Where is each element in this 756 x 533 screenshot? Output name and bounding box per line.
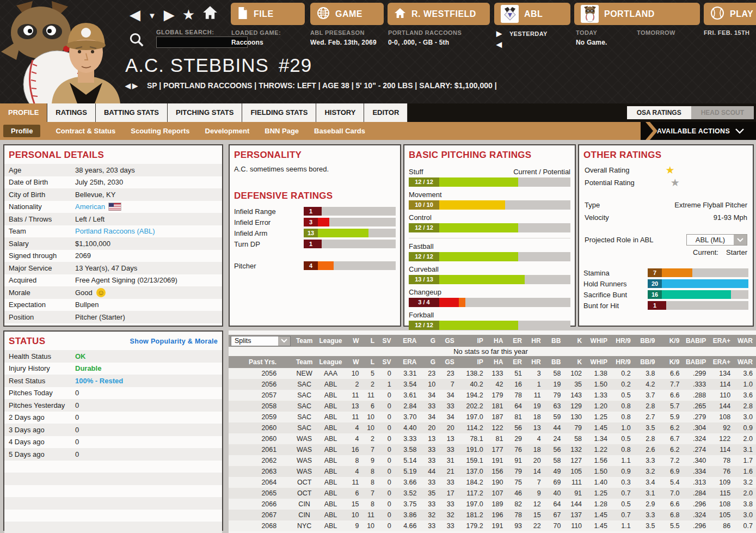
column-header: HR/9: [611, 335, 634, 347]
stat-cell: 10: [346, 368, 362, 379]
subtab-baseball-cards[interactable]: Baseball Cards: [314, 127, 365, 135]
column-header: WAR: [734, 335, 756, 347]
rating-current-fill: [318, 261, 334, 270]
stat-cell: 191: [487, 520, 507, 531]
personality-panel: PERSONALITY A.C. sometimes seems bored. …: [229, 144, 401, 327]
column-header: ERA: [395, 335, 420, 347]
rating-bar-track: 4: [304, 261, 396, 270]
nav-dropdown-icon[interactable]: ▼: [148, 7, 156, 25]
show-popularity-morale-link[interactable]: Show Popularity & Morale: [130, 338, 218, 345]
stat-cell: 42: [487, 379, 507, 390]
pitching-stats-table-panel: SplitsTeamLeagueWLSVERAGGSIPHAERHRBBKWHI…: [229, 330, 756, 533]
column-header: ER: [506, 356, 525, 368]
year-cell: 2066: [229, 499, 293, 510]
pitch-rating-header: Changeup: [409, 288, 570, 296]
menu-file-button[interactable]: FILE: [231, 3, 305, 25]
rating-label: Movement: [409, 191, 442, 199]
column-header: BABIP: [683, 335, 709, 347]
tab-history[interactable]: HISTORY: [316, 103, 364, 122]
stat-cell: 81: [506, 412, 525, 422]
stat-cell: 187: [487, 412, 507, 422]
head-scout-button[interactable]: HEAD SCOUT: [691, 106, 754, 119]
detail-label: City of Birth: [9, 191, 75, 199]
favorites-star-icon[interactable]: ★: [182, 5, 195, 24]
rating-bar-track: 1: [304, 207, 396, 216]
subtab-bnn-page[interactable]: BNN Page: [265, 127, 299, 135]
subtab-development[interactable]: Development: [205, 127, 250, 135]
tab-pitching-stats[interactable]: PITCHING STATS: [168, 103, 242, 122]
detail-value[interactable]: American: [75, 203, 121, 211]
stat-cell: 16: [346, 444, 362, 455]
morale-smiley-icon: ☺: [96, 288, 106, 297]
empty-row: [4, 473, 222, 485]
subtab-profile[interactable]: Profile: [3, 125, 40, 137]
rating-current-fill: [318, 218, 329, 226]
tab-ratings[interactable]: RATINGS: [47, 103, 96, 122]
detail-label: Major Service: [9, 264, 75, 272]
home-icon[interactable]: [202, 5, 218, 24]
menu-game-button[interactable]: GAME: [310, 3, 384, 25]
rating-label: Fastball: [409, 242, 434, 250]
stat-cell: 8: [362, 499, 378, 510]
stat-cell: 76: [506, 444, 525, 455]
tab-profile[interactable]: PROFILE: [0, 103, 47, 122]
stat-cell: 6.6: [659, 368, 683, 379]
column-header: IP: [458, 356, 487, 368]
subtab-contract-status[interactable]: Contract & Status: [56, 127, 115, 135]
available-actions-dropdown[interactable]: AVAILABLE ACTIONS: [641, 122, 756, 140]
detail-value: $1,100,000: [75, 240, 110, 248]
rating-row: Hold Runners20: [579, 279, 753, 288]
stat-cell: 20: [439, 422, 458, 433]
stats-row: 2056NEWAAA10503.312323138.2133513581021.…: [229, 368, 756, 379]
rating-current-fill: [439, 252, 518, 261]
global-search-label: GLOBAL SEARCH:: [156, 29, 214, 35]
prev-player-icon[interactable]: ◀▶: [125, 82, 139, 90]
menu-league-button[interactable]: ABL: [494, 3, 570, 25]
detail-row: City of BirthBellevue, KY: [4, 188, 222, 201]
stat-cell: 59: [544, 412, 564, 422]
stat-cell: 11: [525, 390, 544, 401]
tab-batting-stats[interactable]: BATTING STATS: [96, 103, 168, 122]
rating-current-fill: [318, 207, 322, 216]
detail-label: 4 Days ago: [9, 438, 75, 446]
next-game-date: FRI. FEB. 15TH: [704, 29, 749, 36]
stat-cell: 40: [544, 488, 564, 499]
menu-manager-button[interactable]: R. WESTFIELD: [388, 3, 490, 25]
stat-cell: .324: [683, 433, 709, 444]
empty-row: [4, 485, 222, 498]
today-info: TODAY No Game.: [576, 29, 607, 46]
column-header: WHIP: [585, 356, 611, 368]
nav-back-icon[interactable]: ◀: [130, 5, 140, 24]
stats-row: 2061WASABL16703.583333191.01777618561321…: [229, 444, 756, 455]
nav-forward-icon[interactable]: ▶: [164, 5, 175, 24]
chevron-down-icon[interactable]: [278, 336, 290, 346]
rating-current-fill: [662, 301, 666, 310]
stat-cell: 1.34: [585, 433, 611, 444]
stats-row: 2062WASABL8905.143331159.11919120581271.…: [229, 455, 756, 466]
tab-editor[interactable]: EDITOR: [364, 103, 408, 122]
rating-bar-track: 13 / 13: [409, 275, 570, 284]
subtab-scouting-reports[interactable]: Scouting Reports: [131, 127, 189, 135]
menu-play-button[interactable]: PLAY: [704, 3, 756, 25]
tab-fielding-stats[interactable]: FIELDING STATS: [242, 103, 316, 122]
menu-team-button[interactable]: PORTLAND: [574, 3, 700, 25]
yesterday-back-icon[interactable]: ◀: [496, 40, 548, 48]
stat-cell: 0: [378, 433, 395, 444]
year-cell: 2065: [229, 488, 293, 499]
stat-cell: 15: [525, 510, 544, 520]
stat-cell: 1.50: [585, 379, 611, 390]
stat-cell: 189: [487, 499, 507, 510]
osa-ratings-button[interactable]: OSA RATINGS: [627, 106, 691, 119]
year-cell: 2062: [229, 455, 293, 466]
yesterday-forward-icon[interactable]: ▶: [496, 29, 502, 38]
detail-row: Pitches Today0: [4, 387, 222, 400]
search-icon[interactable]: [128, 32, 145, 50]
rating-row: Pitcher4: [230, 261, 400, 270]
splits-dropdown[interactable]: Splits: [231, 336, 291, 346]
stat-cell: 9: [362, 455, 378, 466]
detail-value[interactable]: Portland Raccoons (ABL): [75, 227, 155, 235]
stat-cell: 0: [378, 368, 395, 379]
detail-value: Bellevue, KY: [75, 191, 115, 199]
league-cell: ABL: [319, 455, 346, 466]
projected-role-dropdown[interactable]: ABL (ML): [686, 234, 747, 246]
